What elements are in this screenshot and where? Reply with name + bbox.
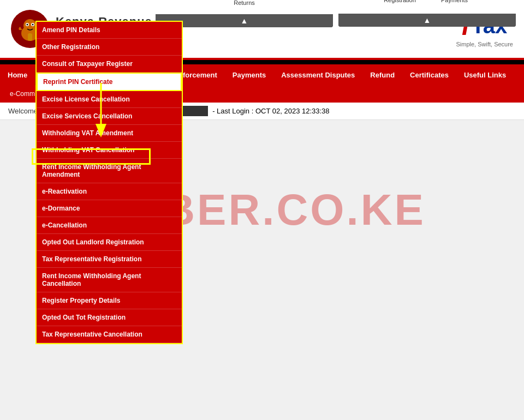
itax-tagline: Simple, Swift, Secure — [456, 41, 513, 47]
welcome-label: Welcome — [8, 107, 38, 115]
nav-assessment-disputes[interactable]: Assessment Disputes — [273, 64, 362, 85]
dropdown-withholding-vat-amendment[interactable]: Withholding VAT Amendment — [37, 125, 182, 142]
nav-certificates[interactable]: Certificates — [402, 64, 456, 85]
dropdown-e-cancellation[interactable]: e-Cancellation — [37, 217, 182, 234]
e-payments-panel: e-Payments 🖨️ Payment Registration 💰 Con… — [338, 0, 516, 32]
consult-returns-item[interactable]: 🗂️ Consult e-Returns — [223, 0, 266, 6]
e-payments-body: 🖨️ Payment Registration 💰 Consult Paymen… — [338, 0, 516, 14]
dropdown-register-property[interactable]: Register Property Details — [37, 292, 182, 309]
consult-payments-item[interactable]: 💰 Consult Payments — [433, 0, 477, 3]
nav-home[interactable]: Home — [0, 64, 35, 85]
svg-rect-7 — [28, 33, 32, 41]
dropdown-withholding-vat-cancellation[interactable]: Withholding VAT Cancellation — [37, 142, 182, 159]
nav-useful-links[interactable]: Useful Links — [456, 64, 514, 85]
dropdown-tax-rep-cancellation[interactable]: Tax Representative Cancellation — [37, 326, 182, 343]
last-login: - Last Login : OCT 02, 2023 12:33:38 — [212, 107, 329, 115]
dropdown-consult-taxpayer[interactable]: Consult of Taxpayer Register — [37, 56, 182, 73]
sub-nav-ecomm[interactable]: e-Comm — [5, 90, 39, 98]
svg-point-6 — [32, 24, 34, 26]
dropdown-excise-services[interactable]: Excise Services Cancellation — [37, 108, 182, 125]
dropdown-opted-out-landlord[interactable]: Opted Out Landlord Registration — [37, 234, 182, 251]
dropdown-rent-income-cancellation[interactable]: Rent Income Withholding Agent Cancellati… — [37, 268, 182, 292]
dropdown-other-registration[interactable]: Other Registration — [37, 39, 182, 56]
dropdown-tax-representative[interactable]: Tax Representative Registration — [37, 251, 182, 268]
payment-registration-label: Payment Registration — [378, 0, 422, 3]
consult-payments-label: Consult Payments — [433, 0, 477, 3]
e-payments-arrow[interactable]: ▲ — [338, 14, 516, 27]
svg-point-5 — [27, 24, 28, 26]
e-returns-body: 🗂️ Consult e-Returns — [156, 0, 333, 14]
dropdown-e-dormance[interactable]: e-Dormance — [37, 200, 182, 217]
dropdown-excise-license[interactable]: Excise License Cancellation — [37, 91, 182, 108]
registration-dropdown: Amend PIN Details Other Registration Con… — [35, 21, 183, 344]
dropdown-opted-out-tot[interactable]: Opted Out Tot Registration — [37, 309, 182, 326]
dropdown-e-reactivation[interactable]: e-Reactivation — [37, 183, 182, 200]
dropdown-amend-pin[interactable]: Amend PIN Details — [37, 22, 182, 39]
dropdown-reprint-pin[interactable]: Reprint PIN Certificate — [37, 73, 182, 91]
nav-payments[interactable]: Payments — [225, 64, 273, 85]
nav-refund[interactable]: Refund — [362, 64, 402, 85]
dropdown-rent-income-amendment[interactable]: Rent Income Withholding Agent Amendment — [37, 159, 182, 183]
payment-registration-item[interactable]: 🖨️ Payment Registration — [378, 0, 422, 3]
consult-returns-label: Consult e-Returns — [223, 0, 266, 6]
